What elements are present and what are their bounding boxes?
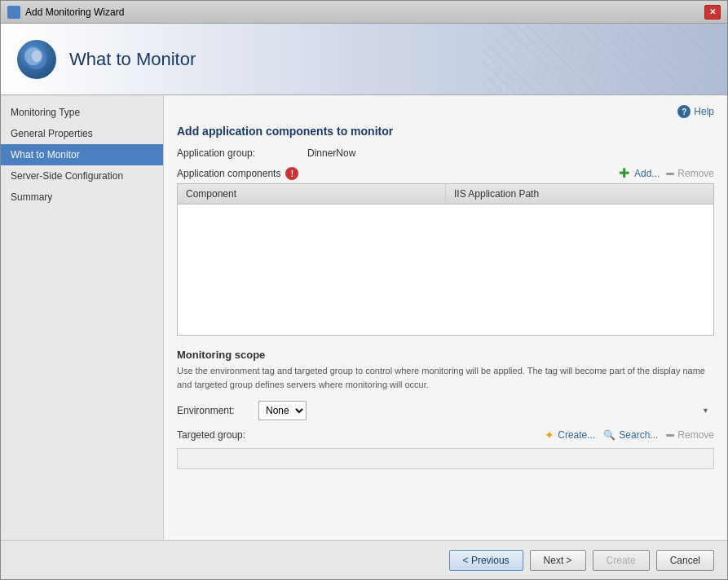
sidebar-item-summary[interactable]: Summary	[1, 187, 163, 208]
sidebar: Monitoring Type General Properties What …	[1, 95, 164, 540]
app-group-label: Application group:	[177, 147, 307, 159]
sidebar-item-server-side-config[interactable]: Server-Side Configuration	[1, 165, 163, 187]
table-body	[178, 204, 713, 335]
col-iis-path: IIS Application Path	[446, 184, 713, 204]
app-components-header: Application components ! ✚ Add... Remove	[177, 167, 714, 180]
remove-button-top[interactable]: Remove	[666, 168, 714, 179]
help-icon: ?	[677, 105, 690, 118]
environment-select-wrapper: None	[258, 401, 714, 420]
sidebar-item-monitoring-type[interactable]: Monitoring Type	[1, 102, 163, 123]
scope-desc: Use the environment tag and targeted gro…	[177, 364, 714, 391]
scope-title: Monitoring scope	[177, 349, 714, 361]
targeted-remove-label: Remove	[677, 429, 714, 441]
search-button[interactable]: 🔍 Search...	[603, 429, 658, 441]
title-bar: Add Monitoring Wizard ✕	[1, 1, 727, 24]
create-button[interactable]: ✦ Create...	[545, 428, 595, 442]
header-icon	[17, 40, 56, 79]
search-icon: 🔍	[603, 429, 615, 441]
content-area: Monitoring Type General Properties What …	[1, 95, 727, 540]
create-label: Create...	[558, 429, 595, 441]
scope-section: Monitoring scope Use the environment tag…	[177, 349, 714, 469]
help-row: ? Help	[177, 105, 714, 118]
environment-select[interactable]: None	[258, 401, 307, 420]
svg-point-1	[32, 51, 42, 62]
section-title: Add application components to monitor	[177, 125, 714, 138]
next-button[interactable]: Next >	[530, 550, 586, 571]
error-icon: !	[285, 167, 298, 180]
add-button[interactable]: ✚ Add...	[618, 167, 660, 180]
targeted-label: Targeted group:	[177, 429, 258, 441]
sidebar-item-general-properties[interactable]: General Properties	[1, 123, 163, 144]
help-label: Help	[694, 106, 714, 117]
search-label: Search...	[619, 429, 658, 441]
window-icon	[7, 6, 20, 19]
targeted-remove: Remove	[666, 429, 714, 441]
targeted-group-row: Targeted group: ✦ Create... 🔍 Search...	[177, 428, 714, 442]
targeted-remove-bar	[666, 434, 674, 437]
table-header: Component IIS Application Path	[178, 184, 713, 204]
remove-bar-icon	[666, 173, 674, 175]
environment-label: Environment:	[177, 405, 258, 416]
cancel-button[interactable]: Cancel	[656, 550, 714, 571]
header-pattern	[483, 24, 727, 94]
help-link[interactable]: ? Help	[677, 105, 714, 118]
main-window: Add Monitoring Wizard ✕ What to Monitor …	[0, 0, 728, 580]
main-panel: ? Help Add application components to mon…	[164, 95, 727, 540]
previous-button[interactable]: < Previous	[449, 550, 523, 571]
targeted-value-box	[177, 448, 714, 469]
header-banner: What to Monitor	[1, 24, 727, 95]
components-table: Component IIS Application Path	[177, 183, 714, 336]
star-icon: ✦	[545, 428, 554, 442]
toolbar-buttons: ✚ Add... Remove	[618, 167, 714, 180]
app-group-value: DinnerNow	[307, 147, 355, 159]
col-component: Component	[178, 184, 446, 204]
targeted-buttons: ✦ Create... 🔍 Search... Remove	[545, 428, 714, 442]
create-footer-button[interactable]: Create	[593, 550, 650, 571]
svg-point-0	[27, 50, 46, 69]
remove-label-top: Remove	[677, 168, 714, 179]
footer: < Previous Next > Create Cancel	[1, 540, 727, 579]
app-components-label-row: Application components !	[177, 167, 298, 180]
close-button[interactable]: ✕	[704, 5, 721, 20]
sidebar-item-what-to-monitor[interactable]: What to Monitor	[1, 144, 163, 165]
add-label: Add...	[634, 168, 660, 179]
environment-row: Environment: None	[177, 401, 714, 420]
plus-icon: ✚	[618, 167, 631, 180]
window-title: Add Monitoring Wizard	[25, 7, 704, 18]
app-components-text: Application components	[177, 168, 280, 179]
app-group-row: Application group: DinnerNow	[177, 147, 714, 159]
header-title: What to Monitor	[69, 49, 196, 70]
